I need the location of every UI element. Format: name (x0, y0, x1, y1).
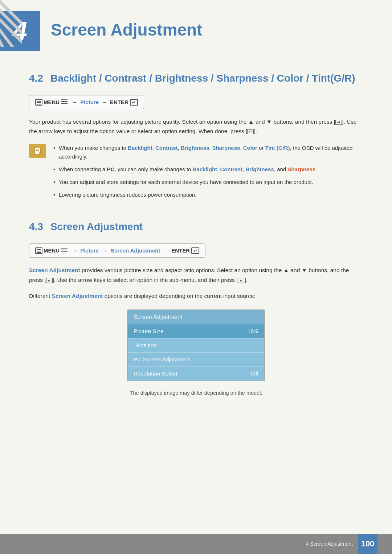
note-line-4: Lowering picture brightness reduces powe… (52, 190, 363, 200)
screen-adj-menu-header: Screen Adjustment (128, 310, 264, 324)
arrow-2: → (102, 99, 107, 105)
enter-icon: ↵ (130, 99, 138, 106)
svg-rect-15 (61, 251, 68, 252)
picture-size-label: Picture Size (134, 328, 164, 335)
resolution-value: Off (251, 370, 258, 377)
menu-row-picture-size[interactable]: Picture Size 16:9 (128, 324, 264, 338)
note-line-2: When connecting a PC, you can only make … (52, 165, 363, 174)
chapter-header: 4 Screen Adjustment (0, 0, 392, 58)
menu-row-pc-screen[interactable]: PC Screen Adjustment (128, 352, 264, 366)
decorative-lines (0, 0, 22, 47)
section-42-number: 4.2 (29, 73, 43, 84)
pc-screen-label: PC Screen Adjustment (134, 356, 190, 363)
svg-rect-6 (61, 101, 68, 102)
note-pencil-icon (29, 144, 46, 158)
screen-adjustment-menu: Screen Adjustment Picture Size 16:9 · Po… (127, 309, 265, 381)
section-42-title: Backlight / Contrast / Brightness / Shar… (50, 73, 355, 84)
menu-path-42: MENU → Picture → ENTER ↵ (29, 95, 144, 109)
main-content: 4.2 Backlight / Contrast / Brightness / … (0, 73, 392, 432)
menu-enter-label-43: ENTER (171, 247, 190, 254)
menu-bars-icon-43 (60, 247, 68, 254)
section-43-title: Screen Adjustment (50, 221, 143, 233)
section-43-body-1: Screen Adjustment provides various pictu… (29, 266, 363, 285)
resolution-label: Resolution Select (134, 370, 177, 377)
menu-picture-link-43: Picture (80, 247, 99, 254)
page-footer: 4 Screen Adjustment 100 (0, 534, 392, 554)
svg-rect-5 (61, 99, 68, 100)
menu-icon-43 (35, 247, 42, 254)
menu-bars-icon (60, 98, 68, 106)
menu-word: MENU (44, 99, 60, 105)
page-number: 100 (358, 534, 377, 554)
svg-rect-13 (61, 248, 68, 249)
position-label: · Position (134, 342, 157, 349)
menu-row-resolution[interactable]: Resolution Select Off (128, 366, 264, 381)
note-line-3: You can adjust and store settings for ea… (52, 178, 363, 187)
picture-size-value: 16:9 (248, 328, 258, 335)
section-42-heading: 4.2 Backlight / Contrast / Brightness / … (29, 73, 363, 84)
ui-caption: The displayed image may differ depending… (29, 390, 363, 396)
arrow-1: → (72, 99, 77, 105)
note-line-1: When you make changes to Backlight, Cont… (52, 144, 363, 162)
enter-icon-43: ↵ (191, 247, 199, 254)
arrow-43-1: → (72, 247, 77, 254)
chapter-title: Screen Adjustment (51, 11, 203, 40)
svg-rect-7 (61, 103, 68, 104)
notes-list: When you make changes to Backlight, Cont… (52, 144, 363, 203)
footer-text: 4 Screen Adjustment (306, 541, 353, 547)
arrow-43-3: → (163, 247, 169, 254)
section-43-heading: 4.3 Screen Adjustment (29, 221, 363, 233)
menu-word-43: MENU (44, 247, 60, 254)
section-42-body: Your product has several options for adj… (29, 117, 363, 136)
menu-enter-label: ENTER (110, 99, 128, 105)
arrow-43-2: → (102, 247, 107, 254)
menu-row-position[interactable]: · Position (128, 338, 264, 352)
menu-path-43: MENU → Picture → Screen Adjustment → ENT… (29, 243, 205, 258)
notes-block-42: When you make changes to Backlight, Cont… (29, 144, 363, 203)
section-43-body-2: Different Screen Adjustment options are … (29, 291, 363, 301)
menu-icon (35, 99, 42, 106)
menu-picture-link: Picture (80, 99, 99, 105)
section-43-number: 4.3 (29, 221, 43, 233)
svg-rect-14 (61, 250, 68, 250)
menu-screen-adj-link: Screen Adjustment (111, 247, 160, 254)
